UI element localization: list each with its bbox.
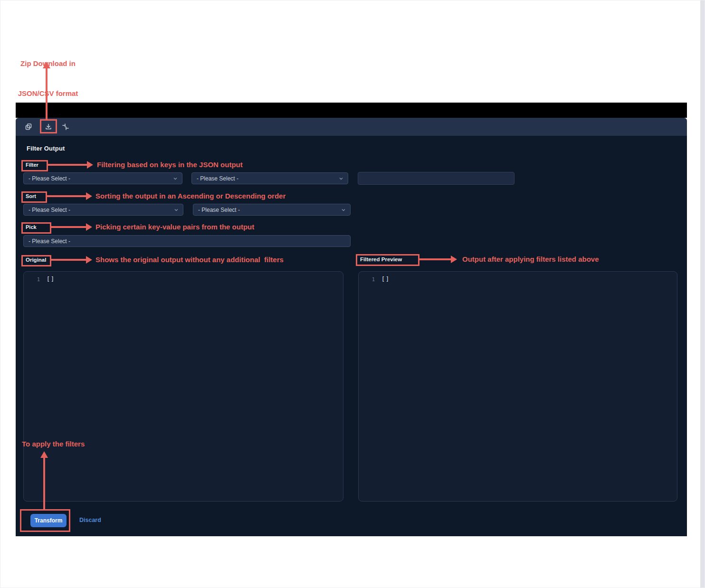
pick-select-value: - Please Select - [29,238,70,245]
arrow-shaft [51,259,86,261]
arrow-right-icon [86,256,92,264]
arrow-shaft [47,195,86,197]
annotation-original: Shows the original output without any ad… [95,256,284,264]
window-titlebar [16,103,687,118]
filter-value-input[interactable] [358,172,514,185]
copy-icon [24,123,33,133]
arrow-shaft [419,258,451,260]
filtered-preview-label: Filtered Preview [360,256,402,262]
page-title: Filter Output [27,145,65,152]
sort-order-select-value: - Please Select - [198,207,240,213]
filter-key-select-value: - Please Select - [29,175,70,182]
collapse-icon [61,123,70,133]
annotation-filter: Filtering based on keys in the JSON outp… [97,161,243,169]
arrow-right-icon [451,256,457,263]
filter-key-select[interactable]: - Please Select - [23,172,182,184]
annotation-filtered: Output after applying filters listed abo… [462,255,599,263]
filter-condition-select[interactable]: - Please Select - [191,172,348,184]
annotation-apply: To apply the filters [22,440,85,448]
sort-label: Sort [26,193,36,199]
arrow-shaft [48,164,87,166]
transform-button[interactable]: Transform [30,514,67,527]
annotation-pick: Picking certain key-value pairs from the… [95,223,254,231]
arrow-up-icon [43,62,50,68]
toolbar [16,118,687,136]
copy-button[interactable] [23,122,34,133]
annotation-zip-line2: JSON/CSV format [10,88,86,98]
discard-button[interactable]: Discard [79,517,101,523]
pick-label: Pick [26,224,37,230]
filtered-preview-code-editor[interactable]: 1 [] [358,271,677,502]
download-icon [44,123,53,133]
chevron-down-icon [338,176,344,183]
chevron-down-icon [341,207,346,214]
collapse-button[interactable] [60,122,71,133]
chevron-down-icon [173,207,179,214]
chevron-down-icon [172,176,178,183]
arrow-right-icon [87,161,93,169]
annotation-zip-download: Zip Download in JSON/CSV format [10,38,86,118]
download-button[interactable] [43,122,54,133]
arrow-right-icon [86,223,92,231]
arrow-right-icon [86,192,92,200]
annotated-screenshot-page: Filter Output Filter - Please Select - -… [0,0,705,588]
scrollbar[interactable] [700,0,705,588]
code-content: [] [381,276,390,283]
sort-key-select[interactable]: - Please Select - [23,204,183,216]
original-code-editor[interactable]: 1 [] [23,271,343,502]
original-label: Original [26,257,46,263]
sort-order-select[interactable]: - Please Select - [193,204,351,216]
code-content: [] [47,276,55,283]
filter-label: Filter [26,162,38,168]
filter-condition-select-value: - Please Select - [197,175,238,182]
sort-key-select-value: - Please Select - [29,207,70,213]
annotation-sort: Sorting the output in an Ascending or De… [95,192,286,200]
line-number: 1 [359,276,375,282]
code-line: 1 [] [359,276,677,283]
arrow-up-icon [40,451,48,458]
arrow-shaft [51,226,86,228]
pick-select[interactable]: - Please Select - [23,235,351,247]
code-line: 1 [] [24,276,343,283]
arrow-shaft [46,68,48,119]
arrow-shaft [43,457,45,509]
line-number: 1 [24,276,40,282]
